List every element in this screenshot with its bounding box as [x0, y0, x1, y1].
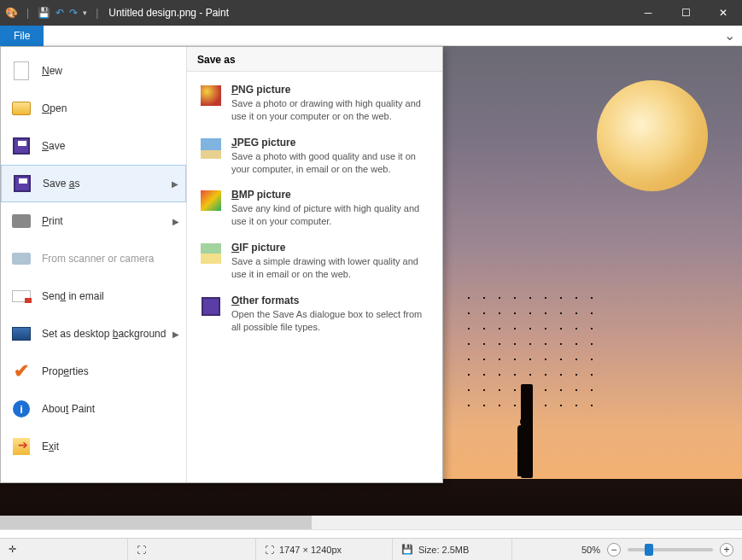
dimensions-icon: ⛶	[265, 545, 274, 555]
status-zoom: 50% − +	[573, 543, 742, 557]
scanner-icon	[9, 247, 33, 271]
submenu-desc: Save a simple drawing with lower quality…	[231, 255, 430, 281]
file-item-label: About Paint	[42, 403, 95, 415]
submenu-title: JPEG picture	[231, 137, 430, 149]
bmp-icon	[199, 189, 223, 213]
file-item-label: New	[42, 65, 62, 77]
file-save-as[interactable]: Save as ▶	[1, 165, 186, 202]
file-item-label: Open	[42, 102, 67, 114]
file-set-desktop[interactable]: Set as desktop background ▶	[1, 315, 186, 353]
chevron-right-icon: ▶	[172, 330, 179, 339]
qat-redo-icon[interactable]: ↷	[69, 7, 78, 19]
file-about[interactable]: i About Paint	[1, 390, 186, 428]
submenu-title: PNG picture	[231, 84, 430, 96]
file-item-label: Send in email	[42, 290, 104, 302]
window-title: Untitled design.png - Paint	[102, 7, 229, 19]
ribbon-collapse-icon[interactable]: ⌄	[724, 27, 735, 44]
desktop-icon	[9, 322, 33, 346]
properties-icon: ✔	[9, 359, 33, 383]
file-item-label: Properties	[42, 365, 89, 377]
saveas-gif[interactable]: GIF picture Save a simple drawing with l…	[190, 236, 439, 289]
save-as-icon	[10, 172, 34, 195]
separator: |	[23, 7, 32, 19]
status-filesize: 💾 Size: 2.5MB	[393, 539, 512, 561]
jpeg-icon	[199, 137, 223, 160]
maximize-button[interactable]: ☐	[667, 0, 704, 26]
file-new[interactable]: New	[1, 52, 186, 90]
png-icon	[199, 84, 223, 108]
file-item-label: From scanner or camera	[42, 253, 154, 265]
submenu-title: BMP picture	[231, 189, 430, 201]
chevron-right-icon: ▶	[172, 179, 178, 189]
submenu-desc: Open the Save As dialogue box to select …	[231, 308, 430, 334]
moon-graphic	[597, 80, 708, 191]
print-icon	[9, 209, 33, 233]
person-graphic	[512, 417, 538, 476]
zoom-in-button[interactable]: +	[720, 543, 733, 557]
status-selection: ⛶	[128, 539, 256, 561]
app-icon: 🎨	[5, 7, 18, 19]
submenu-desc: Save a photo or drawing with high qualit…	[231, 97, 430, 123]
saveas-jpeg[interactable]: JPEG picture Save a photo with good qual…	[190, 131, 439, 184]
horizontal-scrollbar[interactable]	[0, 516, 742, 529]
submenu-desc: Save a photo with good quality and use i…	[231, 150, 430, 176]
submenu-desc: Save any kind of picture with high quali…	[231, 202, 430, 228]
status-cursor-pos: ✛	[0, 539, 128, 561]
file-item-label: Save	[42, 140, 65, 152]
chevron-right-icon: ▶	[172, 217, 179, 226]
ribbon: File ⌄	[0, 26, 742, 46]
new-icon	[9, 59, 33, 83]
file-tab[interactable]: File	[0, 26, 44, 46]
qat-save-icon[interactable]: 💾	[38, 7, 50, 19]
file-send-email[interactable]: Send in email	[1, 277, 186, 315]
file-menu-submenu: Save as PNG picture Save a photo or draw…	[187, 47, 442, 482]
file-item-label: Exit	[42, 440, 59, 452]
status-bar: ✛ ⛶ ⛶ 1747 × 1240px 💾 Size: 2.5MB 50% − …	[0, 538, 742, 560]
submenu-title: Other formats	[231, 295, 430, 306]
zoom-value: 50%	[581, 545, 600, 555]
zoom-out-button[interactable]: −	[607, 543, 621, 557]
minimize-button[interactable]: ─	[629, 0, 667, 26]
file-item-label: Print	[42, 215, 63, 227]
qat-customize-icon[interactable]: ▾	[83, 9, 87, 17]
email-icon	[9, 284, 33, 308]
close-button[interactable]: ✕	[704, 0, 742, 26]
file-menu: New Open Save Save as ▶ Print ▶ From sca…	[0, 46, 443, 483]
file-item-label: Set as desktop background	[42, 328, 166, 340]
separator: |	[92, 7, 102, 19]
selection-icon: ⛶	[137, 545, 146, 555]
saveas-other[interactable]: Other formats Open the Save As dialogue …	[190, 289, 439, 342]
other-formats-icon	[199, 295, 223, 318]
open-icon	[9, 96, 33, 120]
title-bar: 🎨 | 💾 ↶ ↷ ▾ | Untitled design.png - Pain…	[0, 0, 742, 26]
saveas-png[interactable]: PNG picture Save a photo or drawing with…	[190, 79, 439, 131]
status-dimensions: ⛶ 1747 × 1240px	[256, 539, 393, 561]
submenu-header: Save as	[187, 47, 442, 72]
file-print[interactable]: Print ▶	[1, 202, 186, 240]
file-from-scanner: From scanner or camera	[1, 240, 186, 277]
info-icon: i	[9, 397, 33, 421]
file-menu-primary: New Open Save Save as ▶ Print ▶ From sca…	[1, 47, 187, 482]
file-properties[interactable]: ✔ Properties	[1, 353, 186, 390]
gif-icon	[199, 242, 223, 265]
file-item-label: Save as	[43, 178, 79, 190]
file-open[interactable]: Open	[1, 90, 186, 127]
submenu-title: GIF picture	[231, 242, 430, 254]
saveas-bmp[interactable]: BMP picture Save any kind of picture wit…	[190, 184, 439, 236]
file-save[interactable]: Save	[1, 127, 186, 165]
exit-icon	[9, 435, 33, 458]
qat-undo-icon[interactable]: ↶	[56, 7, 64, 19]
zoom-slider[interactable]	[628, 548, 713, 551]
save-icon	[9, 134, 33, 158]
disk-icon: 💾	[401, 544, 413, 555]
cursor-icon: ✛	[9, 544, 16, 555]
file-exit[interactable]: Exit	[1, 428, 186, 465]
